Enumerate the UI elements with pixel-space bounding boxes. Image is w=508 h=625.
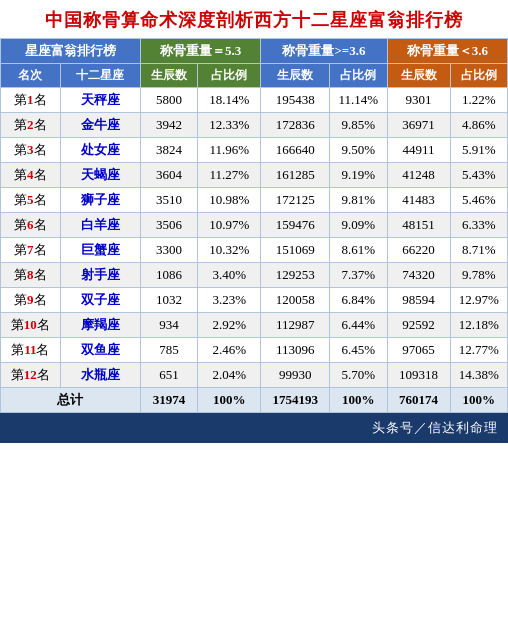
pct2-cell: 8.61%: [330, 238, 387, 263]
table-row: 第6名 白羊座 3506 10.97% 159476 9.09% 48151 6…: [1, 213, 508, 238]
pct1-cell: 12.33%: [198, 113, 261, 138]
pct1-cell: 2.46%: [198, 338, 261, 363]
births2-cell: 129253: [261, 263, 330, 288]
table-row: 第3名 处女座 3824 11.96% 166640 9.50% 44911 5…: [1, 138, 508, 163]
births3-cell: 48151: [387, 213, 450, 238]
pct2-cell: 11.14%: [330, 88, 387, 113]
sign-cell: 射手座: [60, 263, 140, 288]
births1-cell: 3604: [140, 163, 197, 188]
footer: 头条号／信达利命理: [0, 413, 508, 443]
table-row: 第8名 射手座 1086 3.40% 129253 7.37% 74320 9.…: [1, 263, 508, 288]
pct2-cell: 9.85%: [330, 113, 387, 138]
sign-cell: 天秤座: [60, 88, 140, 113]
births3-cell: 41248: [387, 163, 450, 188]
sign-cell: 天蝎座: [60, 163, 140, 188]
sign-cell: 双鱼座: [60, 338, 140, 363]
rank-cell: 第9名: [1, 288, 61, 313]
total-row: 总计 31974 100% 1754193 100% 760174 100%: [1, 388, 508, 413]
total-p2: 100%: [330, 388, 387, 413]
rank-cell: 第2名: [1, 113, 61, 138]
table-row: 第4名 天蝎座 3604 11.27% 161285 9.19% 41248 5…: [1, 163, 508, 188]
header-births3: 生辰数: [387, 64, 450, 88]
births2-cell: 151069: [261, 238, 330, 263]
births2-cell: 172125: [261, 188, 330, 213]
pct3-cell: 1.22%: [450, 88, 507, 113]
pct3-cell: 4.86%: [450, 113, 507, 138]
rank-cell: 第4名: [1, 163, 61, 188]
header-col3: 称骨重量>=3.6: [261, 39, 387, 64]
sign-cell: 水瓶座: [60, 363, 140, 388]
table-row: 第12名 水瓶座 651 2.04% 99930 5.70% 109318 14…: [1, 363, 508, 388]
pct2-cell: 7.37%: [330, 263, 387, 288]
pct1-cell: 10.32%: [198, 238, 261, 263]
sign-cell: 狮子座: [60, 188, 140, 213]
births2-cell: 166640: [261, 138, 330, 163]
rank-cell: 第5名: [1, 188, 61, 213]
pct2-cell: 6.44%: [330, 313, 387, 338]
header-col4: 称骨重量＜3.6: [387, 39, 508, 64]
rank-cell: 第12名: [1, 363, 61, 388]
table-body: 第1名 天秤座 5800 18.14% 195438 11.14% 9301 1…: [1, 88, 508, 413]
sign-cell: 处女座: [60, 138, 140, 163]
pct3-cell: 5.91%: [450, 138, 507, 163]
pct2-cell: 6.84%: [330, 288, 387, 313]
births3-cell: 92592: [387, 313, 450, 338]
births3-cell: 44911: [387, 138, 450, 163]
header-pct3: 占比例: [450, 64, 507, 88]
births1-cell: 3506: [140, 213, 197, 238]
births1-cell: 3510: [140, 188, 197, 213]
pct1-cell: 3.23%: [198, 288, 261, 313]
births3-cell: 97065: [387, 338, 450, 363]
pct3-cell: 12.77%: [450, 338, 507, 363]
total-b1: 31974: [140, 388, 197, 413]
rank-cell: 第3名: [1, 138, 61, 163]
header-rank: 名次: [1, 64, 61, 88]
pct1-cell: 2.92%: [198, 313, 261, 338]
births3-cell: 109318: [387, 363, 450, 388]
total-b2: 1754193: [261, 388, 330, 413]
births2-cell: 113096: [261, 338, 330, 363]
pct2-cell: 5.70%: [330, 363, 387, 388]
table-row: 第10名 摩羯座 934 2.92% 112987 6.44% 92592 12…: [1, 313, 508, 338]
header-col2: 称骨重量＝5.3: [140, 39, 260, 64]
pct3-cell: 6.33%: [450, 213, 507, 238]
births3-cell: 36971: [387, 113, 450, 138]
rank-cell: 第7名: [1, 238, 61, 263]
rank-cell: 第10名: [1, 313, 61, 338]
header-row-1: 星座富翁排行榜 称骨重量＝5.3 称骨重量>=3.6 称骨重量＜3.6: [1, 39, 508, 64]
total-label: 总计: [1, 388, 141, 413]
sign-cell: 白羊座: [60, 213, 140, 238]
births2-cell: 159476: [261, 213, 330, 238]
births1-cell: 651: [140, 363, 197, 388]
pct1-cell: 2.04%: [198, 363, 261, 388]
pct2-cell: 9.81%: [330, 188, 387, 213]
table-row: 第5名 狮子座 3510 10.98% 172125 9.81% 41483 5…: [1, 188, 508, 213]
main-title: 中国称骨算命术深度剖析西方十二星座富翁排行榜: [0, 0, 508, 38]
births3-cell: 66220: [387, 238, 450, 263]
pct2-cell: 9.50%: [330, 138, 387, 163]
pct1-cell: 10.98%: [198, 188, 261, 213]
data-table: 星座富翁排行榜 称骨重量＝5.3 称骨重量>=3.6 称骨重量＜3.6 名次 十…: [0, 38, 508, 413]
births1-cell: 3824: [140, 138, 197, 163]
rank-cell: 第11名: [1, 338, 61, 363]
header-births1: 生辰数: [140, 64, 197, 88]
births2-cell: 120058: [261, 288, 330, 313]
pct2-cell: 9.09%: [330, 213, 387, 238]
total-p3: 100%: [450, 388, 507, 413]
births1-cell: 3942: [140, 113, 197, 138]
pct3-cell: 8.71%: [450, 238, 507, 263]
births1-cell: 785: [140, 338, 197, 363]
header-col1: 星座富翁排行榜: [1, 39, 141, 64]
pct3-cell: 14.38%: [450, 363, 507, 388]
header-sign: 十二星座: [60, 64, 140, 88]
table-row: 第2名 金牛座 3942 12.33% 172836 9.85% 36971 4…: [1, 113, 508, 138]
births3-cell: 41483: [387, 188, 450, 213]
rank-cell: 第8名: [1, 263, 61, 288]
table-row: 第7名 巨蟹座 3300 10.32% 151069 8.61% 66220 8…: [1, 238, 508, 263]
rank-cell: 第1名: [1, 88, 61, 113]
total-b3: 760174: [387, 388, 450, 413]
pct3-cell: 5.46%: [450, 188, 507, 213]
births1-cell: 3300: [140, 238, 197, 263]
table-row: 第1名 天秤座 5800 18.14% 195438 11.14% 9301 1…: [1, 88, 508, 113]
births1-cell: 1086: [140, 263, 197, 288]
